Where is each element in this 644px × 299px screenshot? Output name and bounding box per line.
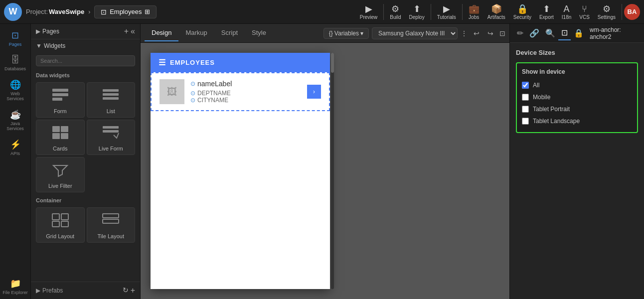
add-prefab-button[interactable]: + bbox=[131, 286, 135, 295]
widget-grid-layout[interactable]: Grid Layout bbox=[36, 207, 85, 243]
undo-button[interactable]: ↩ bbox=[471, 28, 483, 39]
file-explorer-icon: 📁 bbox=[10, 278, 21, 289]
variables-dropdown[interactable]: {} Variables ▾ bbox=[323, 28, 369, 39]
device-selector[interactable]: Samsung Galaxy Note III iPhone 12 iPad D… bbox=[372, 27, 458, 39]
widget-live-filter[interactable]: Live Filter bbox=[36, 157, 85, 192]
widget-panel: ▶ Pages + « ▼ Widgets Data widgets Form bbox=[31, 24, 141, 299]
widgets-section-header[interactable]: ▼ Widgets bbox=[31, 39, 140, 52]
checkbox-tablet-portrait[interactable] bbox=[522, 106, 529, 113]
svg-rect-8 bbox=[52, 133, 60, 139]
i18n-icon: A bbox=[564, 4, 570, 14]
checkbox-all[interactable] bbox=[522, 82, 529, 89]
export-label: Export bbox=[539, 14, 554, 20]
checkbox-tablet-portrait-label: Tablet Portrait bbox=[533, 106, 570, 113]
nav-arrow-icon[interactable]: › bbox=[88, 8, 90, 15]
widget-list-label: List bbox=[107, 108, 115, 114]
device-sizes-title: Device Sizes bbox=[516, 49, 638, 56]
sidebar-item-apis[interactable]: ⚡ APIs bbox=[0, 135, 30, 160]
artifacts-action[interactable]: 📦 Artifacts bbox=[487, 3, 505, 20]
sidebar-item-file-explorer[interactable]: 📁 File Explorer bbox=[0, 274, 30, 299]
show-in-device-label: Show in device bbox=[522, 68, 632, 75]
svg-rect-0 bbox=[52, 89, 68, 92]
widget-search-input[interactable] bbox=[36, 55, 135, 66]
redo-button[interactable]: ↪ bbox=[484, 28, 496, 39]
item-name-row: ⊙ nameLabel bbox=[190, 80, 307, 88]
checkbox-mobile-label: Mobile bbox=[533, 94, 550, 101]
sidebar-item-pages[interactable]: ⊡ Pages bbox=[0, 26, 30, 51]
preview-label: Preview bbox=[360, 14, 378, 20]
responsive-view-icon[interactable]: ⊡ bbox=[499, 29, 505, 37]
active-tab[interactable]: ⊡ Employees ⊞ bbox=[94, 5, 157, 18]
artifacts-label: Artifacts bbox=[487, 14, 505, 20]
security-action[interactable]: 🔒 Security bbox=[513, 3, 531, 20]
left-sidebar: ⊡ Pages 🗄 Databases 🌐 Web Services ☕ Jav… bbox=[0, 24, 31, 299]
tab-markup[interactable]: Markup bbox=[178, 25, 214, 41]
widget-cards[interactable]: Cards bbox=[36, 120, 85, 155]
design-tabs-bar: Design Markup Script Style {} Variables … bbox=[141, 24, 509, 43]
widget-tile-layout[interactable]: Tile Layout bbox=[87, 207, 136, 243]
mobile-preview[interactable]: ☰ EMPLOYEES 🖼 ⊙ bbox=[151, 53, 330, 289]
widgets-chevron-icon: ▼ bbox=[36, 42, 42, 49]
user-avatar[interactable]: BA bbox=[624, 4, 640, 20]
add-page-button[interactable]: + bbox=[124, 27, 129, 36]
variables-chevron: ▾ bbox=[360, 30, 363, 37]
security-icon-btn[interactable]: 🔒 bbox=[571, 26, 587, 40]
item-action-button[interactable]: › bbox=[307, 85, 321, 99]
java-services-icon: ☕ bbox=[10, 109, 21, 120]
prefabs-label: Prefabs bbox=[42, 287, 63, 294]
device-option-all: All bbox=[522, 79, 632, 91]
widget-cards-label: Cards bbox=[53, 146, 67, 151]
widget-live-form[interactable]: Live Form bbox=[87, 120, 136, 155]
build-icon: ⚙ bbox=[391, 3, 399, 14]
tutorials-label: Tutorials bbox=[437, 14, 456, 20]
svg-rect-15 bbox=[61, 221, 68, 227]
svg-rect-5 bbox=[103, 97, 119, 100]
checkbox-mobile[interactable] bbox=[522, 94, 529, 101]
collapse-pages-button[interactable]: « bbox=[131, 27, 135, 36]
refresh-prefabs-button[interactable]: ↻ bbox=[123, 286, 129, 295]
canvas-scrollbar[interactable] bbox=[331, 53, 334, 289]
more-options-icon[interactable]: ⋮ bbox=[461, 29, 468, 37]
build-action[interactable]: ⚙ Build bbox=[390, 3, 401, 20]
tab-script[interactable]: Script bbox=[214, 25, 245, 41]
sidebar-item-web-services-label: Web Services bbox=[2, 91, 28, 101]
cards-icon bbox=[51, 125, 69, 144]
tab-style[interactable]: Style bbox=[245, 25, 273, 41]
pages-section-header[interactable]: ▶ Pages + « bbox=[31, 24, 140, 39]
sidebar-item-web-services[interactable]: 🌐 Web Services bbox=[0, 75, 30, 105]
device-sizes-section: Device Sizes Show in device All Mobile T… bbox=[510, 43, 644, 139]
properties-icon-btn[interactable]: ✏ bbox=[514, 26, 526, 40]
search-icon-btn[interactable]: 🔍 bbox=[542, 26, 558, 40]
widget-list[interactable]: List bbox=[87, 82, 136, 118]
link-icon-btn[interactable]: 🔗 bbox=[526, 26, 542, 40]
app-logo: W bbox=[4, 3, 22, 21]
binding-icon-name: ⊙ bbox=[190, 80, 195, 87]
sidebar-item-java-services[interactable]: ☕ Java Services bbox=[0, 105, 30, 135]
widget-form[interactable]: Form bbox=[36, 82, 85, 118]
tab-design[interactable]: Design bbox=[145, 25, 178, 41]
svg-rect-17 bbox=[103, 219, 119, 223]
vcs-action[interactable]: ⑂ VCS bbox=[579, 4, 590, 20]
preview-icon: ▶ bbox=[365, 3, 372, 14]
layout-icon-btn[interactable]: ⊡ bbox=[558, 26, 571, 40]
sidebar-item-databases[interactable]: 🗄 Databases bbox=[0, 51, 30, 75]
sidebar-item-java-services-label: Java Services bbox=[2, 121, 28, 131]
svg-rect-14 bbox=[52, 221, 59, 227]
image-placeholder-icon: 🖼 bbox=[167, 86, 177, 98]
export-action[interactable]: ⬆ Export bbox=[539, 3, 554, 20]
page-header: ☰ EMPLOYEES bbox=[151, 53, 330, 72]
settings-action[interactable]: ⚙ Settings bbox=[598, 3, 616, 20]
checkbox-tablet-landscape[interactable] bbox=[522, 118, 529, 125]
item-dept-row: ⊙ DEPTNAME bbox=[190, 90, 307, 97]
widgets-section-label: Widgets bbox=[44, 42, 65, 49]
live-form-icon bbox=[102, 125, 120, 144]
live-filter-icon bbox=[51, 162, 69, 181]
deploy-action[interactable]: ⬆ Deploy bbox=[409, 3, 425, 20]
prefabs-section[interactable]: ▶ Prefabs bbox=[36, 287, 63, 294]
widget-live-form-label: Live Form bbox=[99, 146, 123, 151]
list-item-card[interactable]: 🖼 ⊙ nameLabel ⊙ DEPTNAME bbox=[151, 72, 330, 111]
jobs-action[interactable]: 💼 Jobs bbox=[469, 3, 480, 20]
tutorials-action[interactable]: ▶ Tutorials bbox=[437, 3, 456, 20]
preview-action[interactable]: ▶ Preview bbox=[360, 3, 378, 20]
i18n-action[interactable]: A I18n bbox=[562, 4, 571, 20]
